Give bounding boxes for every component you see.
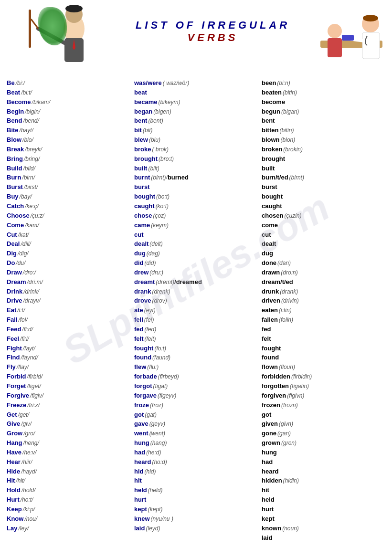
verb-past-pronunciation: (figeyv) <box>158 392 176 400</box>
verb-pp-form: driven <box>262 296 280 305</box>
verb-past-pronunciation: (drenk) <box>152 288 170 296</box>
verb-past-form: caught <box>134 202 155 211</box>
verb-past-form: beat <box>134 88 147 97</box>
list-item: bit (bit) <box>134 126 258 135</box>
list-item: got <box>262 411 385 420</box>
verb-base-form: Fly <box>7 363 16 372</box>
verb-pp-form: hurt <box>262 505 274 514</box>
list-item: kept (kept) <box>134 505 258 514</box>
verb-past-pronunciation: (nyu/nu ) <box>151 515 173 523</box>
list-item: felt <box>262 335 385 344</box>
verb-base-pronunciation: /fi:d/ <box>22 326 33 334</box>
verb-base-pronunciation: /bay/ <box>20 193 32 201</box>
svg-rect-15 <box>342 35 354 41</box>
verb-base-pronunciation: /bring/ <box>24 155 40 163</box>
verb-pp-form: got <box>262 411 271 420</box>
verb-pp-form: fed <box>262 325 271 334</box>
list-item: Hit /hit/ <box>7 476 130 485</box>
verb-pp-pronunciation: (firbidin) <box>291 373 312 381</box>
verb-base-pronunciation: /drayv/ <box>23 297 41 305</box>
list-item: began (bigen) <box>134 107 258 116</box>
verb-past-form: was/were <box>134 79 162 88</box>
list-item: kept <box>262 515 385 524</box>
verb-past-form: forgot <box>134 382 152 391</box>
verb-base-pronunciation: /kat/ <box>18 231 29 239</box>
verb-base-form: Feed <box>7 325 21 334</box>
verb-pp-pronunciation: (birnt) <box>289 174 304 182</box>
list-item: Drink /drink/ <box>7 287 130 296</box>
list-item: fought <box>262 344 385 353</box>
verb-past-form: forbade <box>134 372 157 381</box>
list-item: Hear /hiir/ <box>7 458 130 467</box>
verb-past-form: hung <box>134 439 149 448</box>
verb-past-pronunciation: (felt) <box>145 335 156 343</box>
svg-line-7 <box>31 19 38 29</box>
verb-past-form: broke <box>134 145 151 154</box>
verb-past-pronunciation: (bilt) <box>148 165 159 173</box>
header-area: LIST OF IRREGULAR VERBS <box>0 0 392 74</box>
list-item: found <box>262 353 385 362</box>
list-item: dealt (delt) <box>134 240 258 249</box>
list-item: Find /faynd/ <box>7 353 130 362</box>
verb-past-pronunciation: (keym) <box>151 221 169 230</box>
verb-base-pronunciation: /birn/ <box>22 174 35 182</box>
list-item: found (faund) <box>134 353 258 362</box>
verb-base-pronunciation: /gro/ <box>23 430 35 438</box>
verb-base-form: Buy <box>7 192 19 201</box>
list-item: gave (geyv) <box>134 420 258 429</box>
list-item: driven (drivin) <box>262 296 385 305</box>
verb-pp-form: bent <box>262 116 275 126</box>
verb-pp-form: done <box>262 259 276 268</box>
list-item: laid (leyd) <box>134 524 258 533</box>
verb-pp-form: felt <box>262 335 271 344</box>
verb-base-form: Give <box>7 420 20 429</box>
list-item: Get /get/ <box>7 411 130 420</box>
verb-past-form: did <box>134 259 144 268</box>
verb-base-pronunciation: /get/ <box>18 411 29 419</box>
verb-pp-pronunciation: (i:tin) <box>279 306 292 315</box>
verb-pp-form: been <box>262 79 276 88</box>
verb-past-form: heard <box>134 458 151 467</box>
verb-base-pronunciation: /firbid/ <box>27 373 42 381</box>
verb-pp-pronunciation: (bitin) <box>283 89 297 97</box>
verb-base-pronunciation: /bi:t/ <box>21 89 32 97</box>
verb-pp-form: burn/t/ed <box>262 173 288 182</box>
verb-base-pronunciation: /bi:/ <box>16 79 25 87</box>
list-item: forgotten (figatin) <box>262 382 385 391</box>
verb-pp-pronunciation: (drank) <box>280 288 298 296</box>
verb-pp-form: drunk <box>262 287 279 296</box>
verb-past-pronunciation: (dag) <box>147 250 160 258</box>
verb-pp-pronunciation: (floun) <box>279 363 295 371</box>
verb-past-form: drew <box>134 268 148 277</box>
list-item: Forget /figet/ <box>7 382 130 391</box>
list-item: forgot (figat) <box>134 382 258 391</box>
verb-past-pronunciation: (fed) <box>145 326 157 334</box>
verb-pp-form: bought <box>262 192 283 201</box>
verb-past-form: drove <box>134 296 151 305</box>
list-item: Cut /kat/ <box>7 231 130 240</box>
verb-base-pronunciation: /he:v/ <box>22 449 36 457</box>
list-item: hung (hang) <box>134 439 258 448</box>
list-item: cut <box>262 231 385 240</box>
verb-past-pronunciation: (did) <box>145 259 156 267</box>
list-item: flew (flu:) <box>134 363 258 372</box>
list-item: Hurt /ho:t/ <box>7 495 130 505</box>
verb-past-form: held <box>134 486 147 495</box>
verb-base-pronunciation: /ki:p/ <box>23 505 35 514</box>
list-item: fed (fed) <box>134 325 258 334</box>
list-item: brought (bro:t) <box>134 155 258 164</box>
list-item: Burst /birst/ <box>7 183 130 192</box>
verb-base-pronunciation: /dro:/ <box>23 269 36 277</box>
list-item: Hide /hayd/ <box>7 467 130 476</box>
list-item: Do /du/ <box>7 259 130 268</box>
verb-pp-form: forgiven <box>262 391 286 400</box>
verb-pp-form: hidden <box>262 476 282 485</box>
verb-base-form: Know <box>7 515 23 524</box>
verb-base-pronunciation: /flay/ <box>17 363 29 371</box>
verb-past-form: went <box>134 429 148 438</box>
list-item: Beat /bi:t/ <box>7 88 130 97</box>
verb-pp-pronunciation: (figivn) <box>287 392 304 400</box>
verb-base-form: Hear <box>7 458 21 467</box>
verb-past-form: chose <box>134 211 152 221</box>
verb-past-form: dreamt <box>134 278 155 287</box>
